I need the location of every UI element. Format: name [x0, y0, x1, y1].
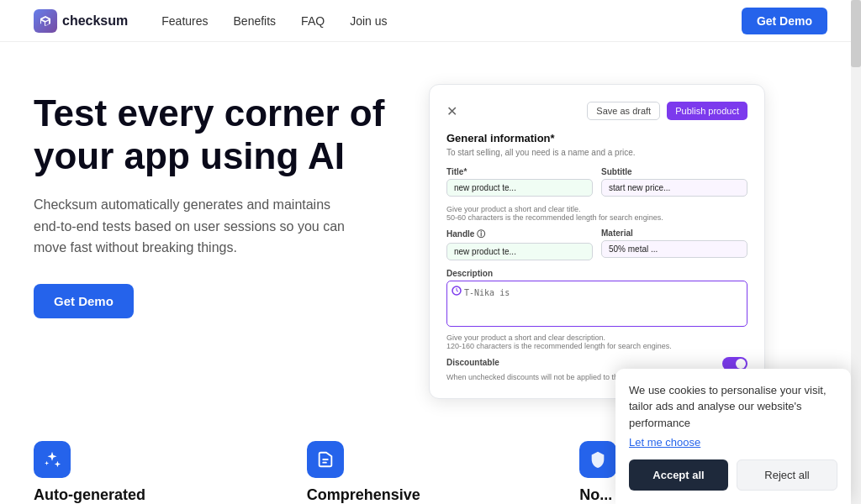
section-subtitle: To start selling, all you need is a name…	[446, 148, 747, 157]
product-card: ✕ Save as draft Publish product General …	[429, 84, 765, 399]
card-header: ✕ Save as draft Publish product	[446, 102, 747, 120]
publish-button[interactable]: Publish product	[667, 102, 747, 120]
handle-input[interactable]	[446, 243, 593, 260]
textarea-wrapper: T-Nika is	[446, 281, 747, 330]
cookie-text: We use cookies to personalise your visit…	[629, 382, 837, 432]
handle-label: Handle ⓘ	[446, 228, 593, 240]
save-draft-button[interactable]: Save as draft	[587, 102, 660, 120]
material-input[interactable]	[601, 240, 747, 258]
hero-title: Test every corner of your app using AI	[34, 92, 395, 177]
logo: checksum	[34, 9, 128, 33]
scrollbar[interactable]	[851, 0, 861, 504]
hero-get-demo-button[interactable]: Get Demo	[34, 284, 134, 318]
card-close-button[interactable]: ✕	[446, 103, 457, 119]
material-group: Material	[601, 228, 747, 260]
navbar: checksum Features Benefits FAQ Join us G…	[0, 0, 861, 42]
feature-comprehensive: Comprehensive Our ML models specifically…	[307, 441, 555, 504]
feature-auto-generated: Auto-generated Save months in developmen…	[34, 441, 282, 504]
title-hint: Give your product a short and clear titl…	[446, 205, 747, 222]
hero-left: Test every corner of your app using AI C…	[34, 92, 395, 318]
logo-text: checksum	[62, 13, 128, 29]
handle-group: Handle ⓘ	[446, 228, 593, 260]
reject-all-button[interactable]: Reject all	[737, 459, 837, 491]
hero-subtitle: Checksum automatically generates and mai…	[34, 194, 353, 259]
feature-title-1: Auto-generated	[34, 486, 282, 504]
nav-benefits[interactable]: Benefits	[234, 14, 277, 28]
nav-faq[interactable]: FAQ	[301, 14, 325, 28]
cookie-buttons: Accept all Reject all	[629, 459, 837, 491]
nav-joinus[interactable]: Join us	[350, 14, 387, 28]
handle-material-row: Handle ⓘ Material	[446, 228, 747, 260]
hero-right: ✕ Save as draft Publish product General …	[429, 84, 765, 399]
subtitle-input[interactable]	[601, 179, 747, 197]
nav-get-demo-button[interactable]: Get Demo	[742, 8, 827, 34]
nav-features[interactable]: Features	[161, 14, 208, 28]
toggle-thumb	[736, 359, 746, 369]
section-title: General information*	[446, 132, 747, 144]
description-label: Description	[446, 269, 747, 278]
cookie-banner: We use cookies to personalise your visit…	[615, 369, 851, 505]
title-input[interactable]	[446, 179, 593, 197]
nav-links: Features Benefits FAQ Join us	[161, 14, 742, 28]
title-label: Title*	[446, 167, 593, 176]
shield-icon	[579, 441, 616, 478]
document-icon	[307, 441, 344, 478]
accept-all-button[interactable]: Accept all	[629, 459, 728, 491]
cookie-choose-link[interactable]: Let me choose	[629, 436, 700, 449]
title-group: Title*	[446, 167, 593, 197]
subtitle-label: Subtitle	[601, 167, 747, 176]
material-label: Material	[601, 228, 747, 238]
feature-title-2: Comprehensive	[307, 486, 555, 504]
description-ai-icon	[452, 286, 462, 296]
subtitle-group: Subtitle	[601, 167, 747, 197]
description-hint: Give your product a short and clear desc…	[446, 333, 747, 350]
scrollbar-thumb[interactable]	[851, 0, 861, 67]
description-group: Description T-Nika is Give your product …	[446, 269, 747, 350]
title-subtitle-row: Title* Subtitle	[446, 167, 747, 197]
discountable-label: Discountable	[446, 358, 499, 367]
description-textarea[interactable]: T-Nika is	[446, 281, 747, 327]
logo-icon	[34, 9, 57, 33]
card-actions: Save as draft Publish product	[587, 102, 747, 120]
sparkles-icon	[34, 441, 71, 478]
